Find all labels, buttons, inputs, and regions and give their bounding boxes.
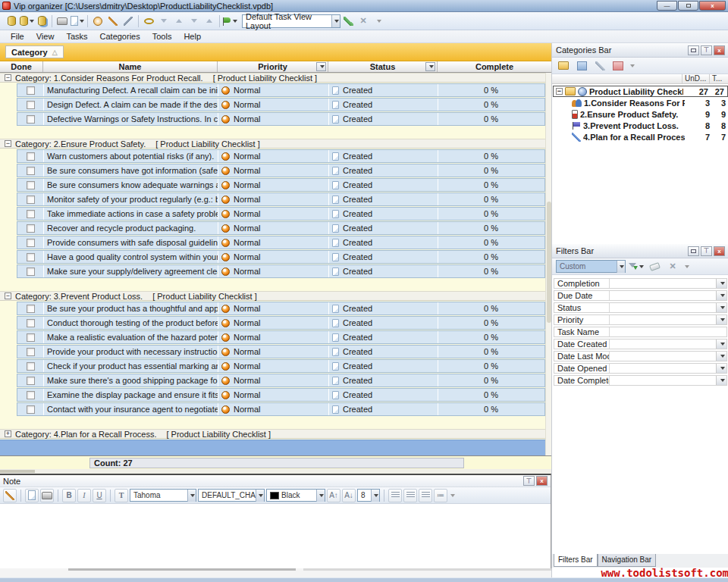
task-row[interactable]: Be sure consumers have got information (…	[17, 164, 545, 177]
menu-item-file[interactable]: File	[5, 31, 30, 42]
task-row[interactable]: Provide your product with necessary inst…	[17, 345, 545, 358]
task-row[interactable]: Check if your product has essential mark…	[17, 359, 545, 373]
align-left-button[interactable]	[388, 489, 402, 502]
toolbar-overflow-button[interactable]	[371, 14, 386, 29]
open-database-button[interactable]	[19, 14, 34, 29]
menu-item-help[interactable]: Help	[177, 31, 207, 42]
filter-field-dropdown[interactable]	[716, 352, 726, 361]
move-down-button[interactable]	[156, 14, 171, 29]
horizontal-scrollbar-thumb[interactable]	[0, 470, 35, 473]
vertical-scrollbar[interactable]	[545, 73, 551, 499]
bold-button[interactable]: B	[62, 489, 76, 502]
menu-item-tasks[interactable]: Tasks	[60, 31, 93, 42]
undone-column-header[interactable]: UnD...	[682, 74, 709, 83]
category-tree-item[interactable]: 2.Ensure Product Safety.99	[552, 108, 728, 120]
column-header-complete[interactable]: Complete	[438, 61, 551, 72]
highlight-button[interactable]	[141, 14, 156, 29]
filter-field-dropdown[interactable]	[716, 376, 726, 385]
task-done-checkbox[interactable]	[27, 319, 35, 327]
task-row[interactable]: Have a good quality control system withi…	[17, 250, 545, 264]
filters-toolbar-overflow[interactable]	[685, 265, 689, 268]
move-top-button[interactable]	[202, 14, 217, 29]
new-task-button[interactable]	[90, 14, 105, 29]
delete-filter-button[interactable]: ✕	[665, 259, 680, 274]
task-done-checkbox[interactable]	[27, 210, 35, 218]
total-column-header[interactable]: T...	[709, 74, 728, 83]
task-row[interactable]: Manufacturing Defect. A recall claim can…	[17, 83, 545, 97]
categories-float-button[interactable]	[688, 45, 699, 55]
filter-field-value[interactable]	[610, 364, 716, 373]
task-done-checkbox[interactable]	[27, 253, 35, 261]
collapse-icon[interactable]: −	[5, 74, 11, 81]
filter-field-value[interactable]	[610, 315, 716, 324]
category-tree-item[interactable]: 4.Plan for a Recall Process.77	[552, 131, 728, 142]
new-database-button[interactable]	[4, 14, 19, 29]
task-row[interactable]: Defective Warnings or Safety Instruction…	[17, 112, 545, 126]
group-by-category-chip[interactable]: Category △	[5, 45, 64, 58]
priority-filter-button[interactable]	[316, 62, 326, 71]
collapse-icon[interactable]: −	[5, 293, 11, 299]
task-done-checkbox[interactable]	[27, 333, 35, 342]
delete-task-button[interactable]	[121, 14, 136, 29]
save-database-button[interactable]	[34, 14, 49, 29]
task-done-checkbox[interactable]	[27, 348, 35, 356]
task-row[interactable]: Provide consumers with safe disposal gui…	[17, 236, 545, 249]
filters-close-button[interactable]: x	[714, 246, 725, 256]
menu-item-categories[interactable]: Categories	[94, 31, 146, 42]
categories-close-button[interactable]: x	[714, 45, 725, 55]
add-subcategory-button[interactable]	[574, 58, 589, 74]
category-tree-root[interactable]: − Product Liability Checklist 27 27	[553, 86, 728, 97]
close-button[interactable]: x	[699, 1, 726, 11]
task-done-checkbox[interactable]	[27, 268, 35, 276]
note-print-button[interactable]	[40, 489, 54, 502]
task-row[interactable]: Monitor safety of your product regularly…	[17, 192, 545, 206]
task-row[interactable]: Design Defect. A claim can be made if th…	[17, 98, 545, 111]
filter-field-dropdown[interactable]	[716, 364, 726, 373]
collapse-icon[interactable]: −	[556, 88, 563, 95]
status-filter-button[interactable]	[425, 62, 435, 71]
task-done-checkbox[interactable]	[27, 377, 35, 385]
task-row[interactable]: Contact with your insurance agent to neg…	[17, 402, 545, 416]
category-group-header[interactable]: −Category: 3.Prevent Product Loss.[ Prod…	[0, 291, 551, 301]
task-row[interactable]: Recover and recycle product packaging.No…	[17, 221, 545, 235]
move-bottom-button[interactable]	[187, 14, 202, 29]
tab-filters-bar[interactable]: Filters Bar	[554, 554, 598, 567]
edit-task-button[interactable]	[105, 14, 121, 29]
categories-pin-button[interactable]: ⊤	[701, 45, 712, 55]
underline-button[interactable]: U	[93, 489, 106, 502]
flag-button[interactable]	[222, 14, 237, 29]
delete-layout-button[interactable]: ✕	[356, 14, 371, 29]
category-group-header[interactable]: +Category: 4.Plan for a Recall Process.[…	[0, 429, 551, 439]
task-done-checkbox[interactable]	[27, 152, 35, 161]
filter-field-value[interactable]	[610, 376, 716, 385]
bullet-list-button[interactable]: ≔	[434, 489, 447, 502]
task-row[interactable]: Take immediate actions in case a safety …	[17, 207, 545, 221]
task-row[interactable]: Conduct thorough testing of the product …	[17, 316, 545, 330]
charset-select[interactable]: DEFAULT_CHAR	[198, 489, 265, 502]
categories-toolbar-overflow[interactable]	[630, 64, 635, 67]
filter-field-value[interactable]	[610, 279, 716, 288]
font-grow-button[interactable]: A↑	[327, 489, 340, 502]
italic-button[interactable]: I	[77, 489, 91, 502]
filter-field-dropdown[interactable]	[716, 291, 726, 300]
align-center-button[interactable]	[403, 489, 417, 502]
task-row[interactable]: Make a realistic evaluation of the hazar…	[17, 330, 545, 344]
note-toolbar-overflow[interactable]	[450, 494, 455, 497]
filter-field-value[interactable]	[610, 327, 726, 336]
task-row[interactable]: Be sure consumers know adequate warnings…	[17, 178, 545, 192]
category-group-header[interactable]: −Category: 1.Consider Reasons For Produc…	[0, 73, 551, 83]
clear-filter-button[interactable]	[647, 259, 662, 274]
menu-item-tools[interactable]: Tools	[146, 31, 178, 42]
filter-field-dropdown[interactable]	[716, 340, 726, 349]
add-category-button[interactable]	[556, 58, 571, 74]
maximize-button[interactable]	[678, 1, 698, 11]
task-done-checkbox[interactable]	[27, 405, 35, 414]
task-done-checkbox[interactable]	[27, 86, 35, 95]
expand-icon[interactable]: +	[5, 430, 11, 437]
menu-item-view[interactable]: View	[30, 31, 61, 42]
print-preview-button[interactable]	[70, 14, 85, 29]
filter-field-dropdown[interactable]	[716, 315, 726, 324]
delete-category-button[interactable]	[610, 58, 626, 74]
column-header-status[interactable]: Status	[328, 61, 438, 72]
task-row[interactable]: Make sure your supply/delivery agreement…	[17, 264, 545, 278]
